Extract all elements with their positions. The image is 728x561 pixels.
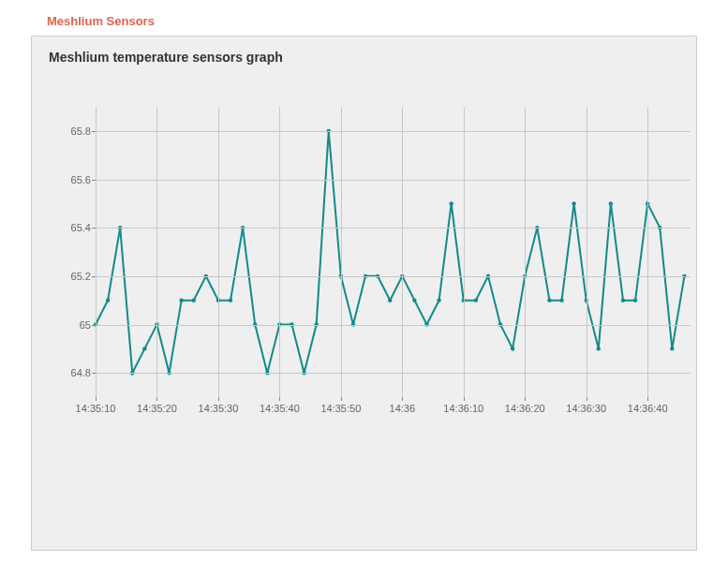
x-axis-tick — [464, 397, 465, 401]
x-axis-tick — [341, 397, 342, 401]
data-line — [96, 131, 684, 373]
data-point — [547, 298, 551, 302]
x-axis-label: 14:35:30 — [199, 403, 239, 414]
grid-line-vertical — [341, 107, 342, 397]
x-axis-label: 14:36:20 — [505, 403, 545, 414]
data-point — [621, 298, 625, 302]
data-point — [437, 298, 440, 302]
x-axis-label: 14:36:40 — [628, 403, 668, 414]
grid-line-horizontal — [96, 131, 691, 132]
y-axis-label: 65.8 — [53, 125, 91, 137]
data-point — [388, 298, 392, 302]
x-axis-tick — [156, 397, 157, 401]
data-point — [229, 298, 232, 302]
grid-line-vertical — [587, 107, 587, 397]
x-axis-tick — [218, 397, 219, 401]
data-point — [474, 298, 478, 302]
data-point — [670, 347, 674, 350]
x-axis-tick — [402, 397, 403, 401]
chart-plot-area: 64.86565.265.465.665.814:35:1014:35:2014… — [96, 107, 691, 397]
data-point — [412, 298, 416, 302]
grid-line-vertical — [464, 107, 465, 397]
x-axis-label: 14:35:20 — [137, 403, 177, 414]
chart-panel: Meshlium temperature sensors graph 64.86… — [31, 36, 697, 551]
grid-line-horizontal — [96, 180, 691, 181]
data-point — [106, 298, 110, 302]
data-point — [192, 298, 196, 302]
y-axis-label: 64.8 — [53, 367, 91, 378]
x-axis-label: 14:35:50 — [320, 403, 361, 414]
grid-line-vertical — [96, 107, 97, 397]
y-axis-label: 65 — [53, 319, 91, 331]
grid-line-vertical — [402, 107, 403, 397]
x-axis-tick — [525, 397, 526, 401]
x-axis-label: 14:36:10 — [443, 403, 483, 414]
x-axis-tick — [96, 397, 97, 401]
y-axis-label: 65.2 — [53, 271, 91, 282]
data-point — [559, 298, 563, 302]
x-axis-tick — [279, 397, 280, 401]
grid-line-vertical — [156, 107, 157, 397]
grid-line-vertical — [525, 107, 526, 397]
page-title: Meshlium Sensors — [0, 0, 728, 36]
x-axis-label: 14:36 — [390, 403, 416, 414]
y-axis-label: 65.6 — [53, 174, 91, 185]
grid-line-vertical — [647, 107, 648, 397]
x-axis-label: 14:35:10 — [76, 403, 116, 414]
x-axis-tick — [587, 397, 587, 401]
grid-line-horizontal — [96, 276, 691, 277]
grid-line-horizontal — [96, 228, 691, 229]
grid-line-horizontal — [96, 373, 691, 374]
x-axis-label: 14:35:40 — [260, 403, 300, 414]
chart-title: Meshlium temperature sensors graph — [32, 37, 696, 65]
data-point — [572, 201, 575, 205]
grid-line-vertical — [218, 107, 219, 397]
data-point — [597, 347, 601, 350]
line-chart-svg — [96, 107, 691, 397]
x-axis-tick — [647, 397, 648, 401]
x-axis-label: 14:36:30 — [566, 403, 606, 414]
data-point — [142, 347, 146, 350]
data-point — [179, 298, 183, 302]
grid-line-vertical — [279, 107, 280, 397]
data-point — [609, 201, 613, 205]
data-point — [633, 298, 637, 302]
y-axis-label: 65.4 — [53, 222, 91, 233]
grid-line-horizontal — [96, 325, 691, 326]
data-point — [449, 201, 453, 205]
data-point — [511, 347, 514, 350]
